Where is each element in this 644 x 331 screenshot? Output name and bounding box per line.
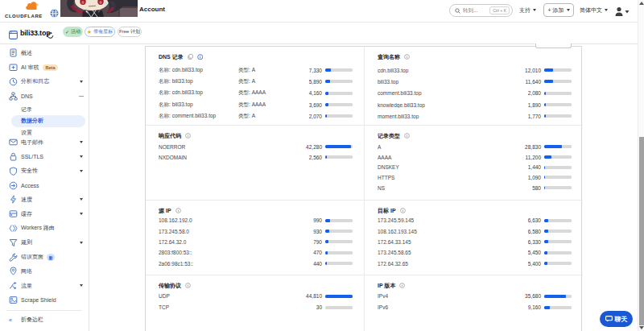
sidebar-item-traffic[interactable]: 流量 <box>0 279 89 293</box>
info-icon[interactable] <box>400 208 406 213</box>
row-label: TCP <box>159 304 169 310</box>
section-title: 记录类型 <box>378 132 400 140</box>
check-icon: ✓ <box>65 29 69 35</box>
row-label: knowledge.bili33.top <box>378 102 425 108</box>
sidebar-item-error-pages[interactable]: 错误页面新 <box>0 250 89 264</box>
sidebar-item-network[interactable]: 网络 <box>0 264 89 279</box>
vertical-scrollbar[interactable] <box>638 0 644 331</box>
collapse-sidebar-button[interactable]: «折叠边栏 <box>0 311 89 329</box>
info-icon[interactable] <box>175 208 181 213</box>
user-menu[interactable] <box>614 6 630 16</box>
sidebar-item-analytics[interactable]: 分析和日志 <box>0 75 89 89</box>
account-avatar-image[interactable] <box>60 0 138 17</box>
row-label: IPv6 <box>378 304 388 310</box>
copy-icon[interactable] <box>188 54 193 60</box>
language-menu[interactable]: 简体中文 <box>580 6 608 14</box>
row-bar <box>544 166 572 169</box>
metric-row: comment.bili33.top2,080 <box>378 88 572 99</box>
row-value: 1,890 <box>522 102 541 108</box>
row-bar <box>325 230 353 233</box>
row-value: 5,400 <box>522 261 541 267</box>
chat-bubble-icon <box>605 316 613 322</box>
row-bar <box>325 240 353 243</box>
row-label: NOERROR <box>159 144 185 150</box>
lock-icon <box>9 152 18 161</box>
chevron-down-icon <box>80 284 83 287</box>
row-bar <box>544 155 572 159</box>
add-button[interactable]: + 添加 <box>543 3 574 17</box>
rules-icon <box>9 238 18 247</box>
scrollbar-down-arrow-icon[interactable] <box>639 326 644 329</box>
sidebar-item-lock[interactable]: SSL/TLS <box>0 150 89 164</box>
metric-row: moment.bili33.top1,770 <box>378 110 572 122</box>
info-icon[interactable] <box>399 283 405 288</box>
refresh-zone-icon[interactable] <box>47 28 54 36</box>
sidebar-item-label: 速度 <box>21 196 32 204</box>
sidebar-item-overview[interactable]: 概述 <box>0 46 89 60</box>
info-icon[interactable] <box>404 54 410 60</box>
row-value: 440 <box>303 261 322 267</box>
row-value: 35,680 <box>522 293 541 299</box>
sidebar-item-ai-audit[interactable]: AI 审核Beta <box>0 60 89 75</box>
sidebar-item-记录[interactable]: 记录 <box>0 103 89 115</box>
sidebar-item-数据分析[interactable]: 数据分析 <box>0 115 89 127</box>
info-blue-icon[interactable] <box>197 54 204 60</box>
row-value: 28,830 <box>522 144 541 150</box>
metric-row: bili33.top11,640 <box>378 76 572 87</box>
row-bar <box>544 92 572 95</box>
metric-row: 2803:f800:53::470 <box>159 247 353 258</box>
chevron-down-icon <box>80 213 83 215</box>
row-value: 580 <box>522 185 541 191</box>
scrollbar-up-arrow-icon[interactable] <box>639 2 644 5</box>
chevron-down-icon <box>80 81 83 83</box>
sidebar-item-shield[interactable]: 安全性 <box>0 163 89 178</box>
starred-badge[interactable]: ★ 带有星标 <box>85 27 115 37</box>
account-label[interactable]: Account <box>139 6 165 13</box>
support-menu[interactable]: 支持 <box>519 6 536 14</box>
sidebar-item-label: 规则 <box>21 238 32 246</box>
ai-audit-icon <box>9 63 18 72</box>
sidebar-item-dns[interactable]: DNS <box>0 89 89 103</box>
row-label: IPv4 <box>378 293 388 299</box>
metric-row: AAAA11,200 <box>378 152 572 163</box>
row-bar <box>325 68 353 72</box>
info-icon[interactable] <box>185 283 191 288</box>
scrollbar-thumb[interactable] <box>639 137 644 325</box>
cloudflare-dashboard-page: CLOUDFLARE <box>0 0 644 331</box>
sidebar-item-rules[interactable]: 规则 <box>0 235 89 250</box>
row-value: 2,080 <box>522 90 541 96</box>
clipped-button-sliver <box>535 43 572 48</box>
row-value: 2,070 <box>303 114 322 119</box>
row-name: 名称: bili33.top <box>159 101 238 109</box>
metric-row: DNSKEY1,440 <box>378 162 572 172</box>
chat-button[interactable]: 聊天 <box>600 311 633 327</box>
info-icon[interactable] <box>404 133 410 139</box>
globe-icon[interactable] <box>50 6 59 15</box>
sidebar-item-scrape-shield[interactable]: Scrape Shield <box>0 293 89 308</box>
sidebar-item-cache[interactable]: 缓存 <box>0 207 89 221</box>
search-input[interactable]: 转到... Ctrl + K <box>449 4 513 17</box>
row-bar <box>325 306 353 309</box>
sidebar-item-workers[interactable]: Workers 路由 <box>0 221 89 236</box>
sidebar-item-email[interactable]: 电子邮件 <box>0 135 89 150</box>
row-value: 11,200 <box>522 155 541 160</box>
sidebar-item-access[interactable]: Access <box>0 178 89 192</box>
info-icon[interactable] <box>185 133 191 139</box>
cloudflare-logo[interactable]: CLOUDFLARE <box>5 2 45 19</box>
row-value: 30 <box>303 304 322 310</box>
row-type: 类型: A <box>238 113 255 120</box>
row-bar <box>544 230 572 233</box>
star-icon: ★ <box>87 29 92 35</box>
row-value: 6,580 <box>522 229 541 234</box>
sidebar-item-speed[interactable]: 速度 <box>0 192 89 207</box>
metric-row: 108.162.193.1456,580 <box>378 225 572 236</box>
row-value: 12,010 <box>522 68 541 73</box>
analytics-section-1: DNS 记录名称: cdn.bili33.top类型: A7,330名称: bi… <box>146 47 365 125</box>
sidebar-item-label: DNS <box>21 93 33 99</box>
sidebar-item-label: 缓存 <box>21 210 32 218</box>
section-title: 传输协议 <box>159 282 181 290</box>
metric-row: 108.162.192.0990 <box>159 215 353 225</box>
row-bar <box>544 240 572 243</box>
row-label: UDP <box>159 293 170 299</box>
scrape-shield-icon <box>9 296 18 304</box>
